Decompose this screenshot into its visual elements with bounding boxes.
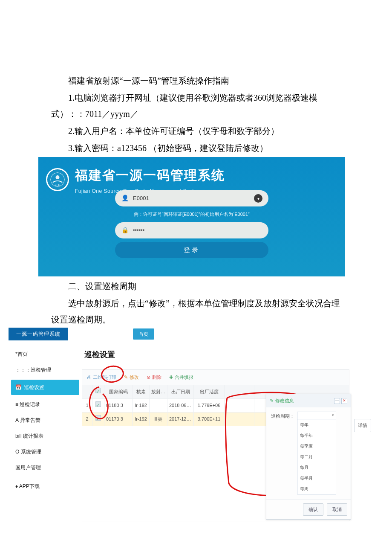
login-screenshot: ZHB 福建省一源一码管理系统 Fujian One Source One Co… (38, 157, 345, 276)
cell-act: 1.779E+06 (194, 399, 225, 413)
period-dropdown: 每年 每半年 每季度 每二月 每月 每半月 每周 (297, 419, 336, 494)
delete-icon: ⊘ (147, 373, 150, 382)
cell-check[interactable] (92, 413, 104, 426)
sidebar-item-user[interactable]: 国用户管理 (14, 460, 77, 476)
sidebar-item-report[interactable]: bill 统计报表 (14, 428, 77, 444)
cell-nuclide: Ir-192 (133, 413, 150, 426)
edit-label: 修改 (130, 373, 139, 382)
col-date[interactable]: 出厂日期 (167, 385, 194, 399)
cell-x1 (225, 413, 254, 426)
password-value: •••••• (133, 225, 262, 236)
svg-text:ZHB: ZHB (55, 183, 61, 186)
edit-button[interactable]: ✎ 修改 (124, 373, 139, 382)
doc-step1: 1.电脑浏览器打开网址（建议使用谷歌浏览器或者360浏览器极速模式）：：7011… (51, 90, 341, 122)
content-title: 巡检设置 (84, 347, 349, 362)
user-icon: 👤 (121, 193, 129, 204)
doc-title: 福建省放射源“一源一码”管理系统操作指南 (51, 73, 341, 89)
doc-step2: 2.输入用户名：本单位许可证编号（仅字母和数字部分） (51, 123, 341, 139)
merge-button[interactable]: ✚ 合并填报 (169, 373, 193, 382)
sidebar-item-inspect-set[interactable]: 📅 巡检设置 (11, 380, 79, 395)
tab-home[interactable]: 首页 (133, 328, 154, 340)
print-icon: 🖨 (86, 373, 91, 382)
col-act[interactable]: 出厂活度 (194, 385, 225, 399)
cell-cat: Ⅲ类 (150, 413, 167, 426)
period-option[interactable]: 每二月 (297, 451, 336, 462)
password-field[interactable]: 🔒 •••••• (115, 222, 268, 238)
sidebar-item-app-dl[interactable]: ♦ APP下载 (14, 479, 77, 494)
toolbar: 🖨 二维码打印 ✎ 修改 ⊘ 删除 ✚ 合并填报 (82, 369, 349, 385)
qr-print-button[interactable]: 🖨 二维码打印 (86, 373, 116, 382)
period-option[interactable]: 每半年 (297, 430, 336, 441)
svg-point-1 (56, 175, 60, 179)
login-hint: 例：许可证号“闽环辐证[E0001]”的初始用户名为“E0001” (115, 210, 268, 219)
login-button[interactable]: 登录 (115, 242, 268, 258)
section2-body: 选中放射源后，点击“修改”，根据本单位管理制度及放射源安全状况合理设置巡检周期。 (51, 295, 341, 328)
cell-nuclide: Ir-192 (133, 399, 150, 413)
cell-idx: 1 (82, 399, 92, 413)
period-option[interactable]: 每月 (297, 462, 336, 473)
period-option[interactable]: 每周 (297, 483, 336, 494)
dropdown-toggle[interactable]: ▾ (254, 194, 262, 203)
cell-x1 (225, 399, 254, 413)
pencil-icon: ✎ (124, 373, 128, 382)
cell-idx: 2 (82, 413, 92, 426)
cell-code: 01180 3 (104, 399, 133, 413)
doc-step3: 3.输入密码：a123456 （初始密码，建议登陆后修改） (51, 140, 341, 156)
sidebar-item-home[interactable]: *首页 (14, 346, 77, 362)
checkbox-row[interactable] (95, 401, 101, 407)
popup-title: 修改信息 (275, 396, 294, 405)
merge-label: 合并填报 (175, 373, 193, 382)
sidebar-item-alarm[interactable]: A 异常告警 (14, 413, 77, 428)
period-option[interactable]: 每年 (297, 419, 336, 430)
data-grid: 国家编码 核素 放射源类别 出厂日期 出厂活度 1 01180 3 Ir-192 (82, 385, 349, 521)
period-option[interactable]: 每半月 (297, 473, 336, 483)
delete-button[interactable]: ⊘ 删除 (147, 373, 161, 382)
sidebar-item-label: 巡检设置 (24, 383, 44, 392)
cell-date: 2017-12-18 (167, 413, 194, 426)
edit-popup: ✎ 修改信息 — ✕ 巡检周期： (266, 394, 351, 520)
cancel-button[interactable]: 取消 (327, 503, 347, 516)
zhb-logo: ZHB (46, 168, 69, 191)
cell-cat (150, 399, 167, 413)
period-option[interactable]: 每季度 (297, 441, 336, 451)
cell-date: 2018-06-23 (167, 399, 194, 413)
section2-heading: 二、设置巡检周期 (51, 278, 341, 294)
col-blank1 (225, 385, 254, 399)
ok-button[interactable]: 确认 (303, 503, 323, 516)
col-nuclide[interactable]: 核素 (133, 385, 150, 399)
username-value: E0001 (133, 193, 254, 204)
col-idx (82, 385, 92, 399)
period-select[interactable]: ▾ (297, 412, 336, 419)
edit-icon: ✎ (270, 396, 274, 405)
calendar-icon: 📅 (15, 383, 21, 392)
minimize-button[interactable]: — (334, 398, 340, 404)
print-label: 二维码打印 (93, 373, 116, 382)
checkbox-row[interactable] (95, 415, 101, 421)
sidebar-item-sys[interactable]: O 系统管理 (14, 444, 77, 460)
lock-icon: 🔒 (121, 225, 129, 236)
period-label: 巡检周期： (271, 412, 294, 421)
app-screenshot: 一源一码管理系统 首页 *首页 ：：：巡检管理 📅 巡检设置 ≡ 巡检记录 A … (9, 328, 349, 521)
detail-button[interactable]: 详情 (354, 419, 371, 432)
col-code[interactable]: 国家编码 (104, 385, 133, 399)
cell-code: 01170 3 (104, 413, 133, 426)
delete-label: 删除 (152, 373, 161, 382)
col-check[interactable] (92, 385, 104, 399)
col-cat[interactable]: 放射源类别 (150, 385, 167, 399)
chevron-down-icon: ▾ (332, 412, 334, 419)
username-field[interactable]: 👤 E0001 ▾ (115, 190, 268, 206)
merge-icon: ✚ (169, 373, 173, 382)
close-button[interactable]: ✕ (341, 398, 347, 404)
cell-check[interactable] (92, 399, 104, 413)
checkbox-all[interactable] (95, 388, 101, 393)
sidebar-item-inspect-mgmt[interactable]: ：：：巡检管理 (14, 362, 77, 378)
sidebar-item-inspect-log[interactable]: ≡ 巡检记录 (14, 397, 77, 413)
sidebar: *首页 ：：：巡检管理 📅 巡检设置 ≡ 巡检记录 A 异常告警 bill 统计… (9, 344, 77, 494)
login-title-cn: 福建省一源一码管理系统 (75, 163, 225, 187)
app-brand: 一源一码管理系统 (9, 328, 68, 341)
cell-act: 3.700E+11 (194, 413, 225, 426)
